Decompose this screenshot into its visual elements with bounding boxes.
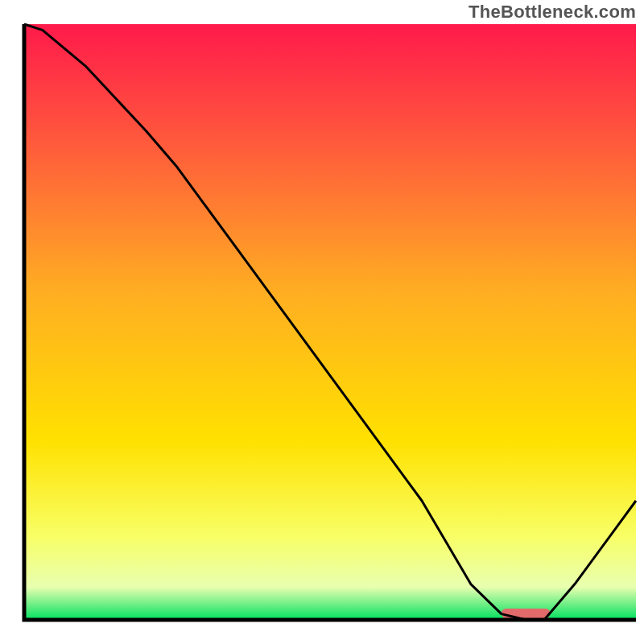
watermark-text: TheBottleneck.com [469,2,636,23]
plot-background [24,24,636,620]
chart-container: TheBottleneck.com [0,0,644,644]
bottleneck-chart [0,0,644,644]
